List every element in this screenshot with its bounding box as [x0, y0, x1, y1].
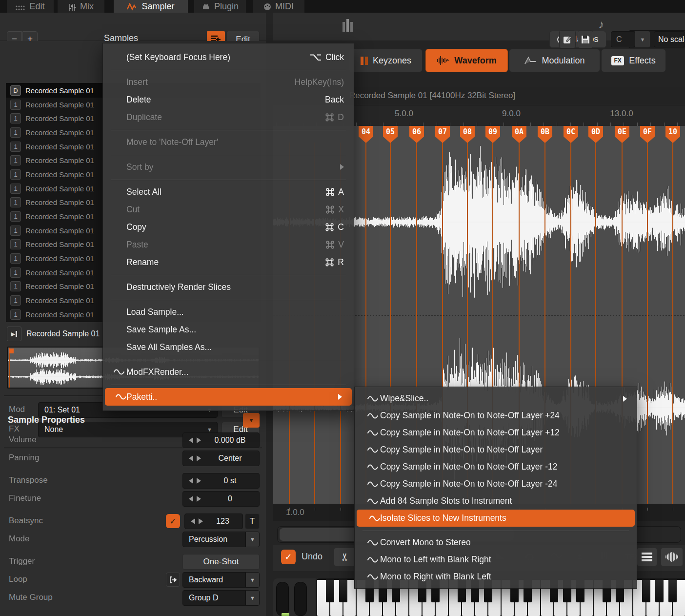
context-menu-item-paste[interactable]: PasteV	[103, 236, 354, 253]
context-menu-item-delete[interactable]: DeleteBack	[103, 91, 354, 108]
beatsync-checkbox[interactable]: ✓	[166, 514, 180, 528]
tab-midi[interactable]: MIDI	[253, 0, 304, 13]
menu-item-label: Copy Sample in Note-On to Note-Off Layer	[380, 445, 543, 455]
beatsync-t-button[interactable]: T	[245, 513, 260, 529]
mod-wheel[interactable]	[294, 582, 307, 616]
ruler-label: 5.0.0	[395, 109, 413, 119]
finetune-spinner[interactable]: 0	[182, 491, 260, 507]
paketti-submenu-item-copy-sample-in-note-on-to-note-off-layer-12[interactable]: Copy Sample in Note-On to Note-Off Layer…	[355, 458, 637, 475]
loop-dropdown[interactable]: Backward▼	[182, 572, 260, 588]
tab-plugin[interactable]: Plugin	[194, 0, 246, 13]
context-menu-item-save-all-samples-as[interactable]: Save All Samples As...	[103, 338, 354, 356]
scale-selector[interactable]: No scale	[654, 31, 685, 47]
waveform-title: Recorded Sample 01 [44100Hz 32Bit Stereo…	[349, 91, 515, 101]
piano-black-key[interactable]	[326, 580, 334, 602]
paketti-submenu-item-copy-sample-in-note-on-to-note-off-layer-24[interactable]: Copy Sample in Note-On to Note-Off Layer…	[355, 407, 637, 424]
command-key-icon	[326, 205, 334, 214]
context-menu-item-copy[interactable]: CopyC	[103, 218, 354, 236]
tab-edit[interactable]: Edit	[7, 0, 54, 13]
volume-spinner[interactable]: 0.000 dB	[182, 432, 260, 448]
tab-sampler[interactable]: Sampler	[114, 0, 188, 13]
context-menu-item-set-keyboard-focus-here[interactable]: (Set Keyboard Focus Here)Click	[103, 48, 354, 66]
paketti-submenu-item-copy-sample-in-note-on-to-note-off-layer-24[interactable]: Copy Sample in Note-On to Note-Off Layer…	[355, 475, 637, 493]
property-row-mode: ModePercussion▼	[0, 532, 266, 547]
context-menu-item-select-all[interactable]: Select AllA	[103, 183, 354, 201]
menu-button[interactable]	[637, 548, 657, 566]
spinner-arrows-icon[interactable]	[189, 496, 201, 502]
chevron-down-icon[interactable]: ▼	[245, 532, 259, 547]
effects-icon: FX	[611, 56, 624, 65]
menu-shortcut: X	[311, 205, 344, 215]
context-menu-item-modfxrender[interactable]: ModFXRender...	[103, 363, 354, 381]
paketti-submenu-item-wipe-slice[interactable]: Wipe&Slice..	[355, 390, 637, 407]
property-label: Panning	[9, 453, 39, 463]
midi-icon	[263, 3, 271, 11]
key-selector[interactable]: C	[611, 31, 635, 47]
menu-item-label: Isolate Slices to New Instruments	[380, 513, 506, 523]
one-shot-button[interactable]: One-Shot	[182, 554, 260, 570]
mute-group-dropdown[interactable]: Group D▼	[182, 590, 260, 606]
pitch-wheel[interactable]	[276, 582, 289, 616]
sampler-icon	[127, 3, 138, 11]
context-menu-item-sort-by[interactable]: Sort by	[103, 158, 354, 176]
context-menu-item-load-sample[interactable]: Load Sample...	[103, 303, 354, 321]
paketti-submenu-item-convert-mono-to-stereo[interactable]: Convert Mono to Stereo	[355, 534, 637, 551]
transpose-spinner[interactable]: 0 st	[182, 473, 260, 489]
paketti-submenu-item-copy-sample-in-note-on-to-note-off-layer-12[interactable]: Copy Sample in Note-On to Note-Off Layer…	[355, 424, 637, 441]
key-dropdown-button[interactable]: ▼	[635, 31, 650, 47]
floppy-disk-icon	[581, 35, 590, 44]
sample-name: Recorded Sample 01	[25, 143, 94, 151]
piano-black-key[interactable]	[642, 580, 650, 602]
sample-name: Recorded Sample 01	[25, 296, 94, 305]
piano-black-key[interactable]	[668, 580, 677, 602]
sample-badge: 1	[10, 184, 21, 194]
paketti-submenu-item-mono-to-right-with-blank-left[interactable]: Mono to Right with Blank Left	[355, 568, 637, 585]
panning-spinner[interactable]: Center	[182, 451, 260, 466]
context-menu-item-insert[interactable]: InsertHelpKey(Ins)	[103, 73, 354, 91]
piano-black-key[interactable]	[655, 580, 664, 602]
loop-release-button[interactable]	[166, 573, 180, 587]
property-value: 0.000 dB	[206, 436, 259, 445]
context-menu-item-duplicate[interactable]: DuplicateD	[103, 108, 354, 126]
tab-mix[interactable]: Mix	[58, 0, 104, 13]
property-label: Loop	[9, 575, 27, 584]
option-key-icon	[310, 54, 322, 61]
undo-checkbox[interactable]: ✓	[281, 550, 296, 564]
beatsync-spinner[interactable]: 123	[184, 513, 243, 529]
context-menu-item-save-sample-as[interactable]: Save Sample As...	[103, 321, 354, 338]
plugin-icon	[201, 4, 210, 11]
save-instrument-button[interactable]	[578, 30, 593, 48]
sine-icon	[367, 395, 380, 402]
sample-properties-collapse-button[interactable]: ▼	[243, 413, 260, 428]
paketti-submenu-item-copy-sample-in-note-on-to-note-off-layer[interactable]: Copy Sample in Note-On to Note-Off Layer	[355, 441, 637, 458]
zoom-waveform-button[interactable]	[661, 548, 683, 566]
sample-badge: 1	[10, 169, 21, 180]
context-menu-item-move-to-note-off-layer[interactable]: Move to 'Note-Off Layer'	[103, 133, 354, 151]
context-menu-item-cut[interactable]: CutX	[103, 201, 354, 218]
chevron-down-icon[interactable]: ▼	[245, 573, 259, 587]
piano-black-key[interactable]	[339, 580, 347, 602]
spinner-arrows-icon[interactable]	[189, 437, 201, 443]
tab-effects[interactable]: FXEffects	[601, 49, 666, 72]
tab-waveform[interactable]: Waveform	[425, 49, 508, 72]
paketti-submenu-item-add-84-sample-slots-to-instrument[interactable]: Add 84 Sample Slots to Instrument	[355, 493, 637, 510]
mode-dropdown[interactable]: Percussion▼	[182, 532, 260, 547]
menu-shortcut: Back	[310, 95, 344, 105]
paketti-submenu-item-isolate-slices-to-new-instruments[interactable]: Isolate Slices to New Instruments	[357, 510, 635, 527]
spinner-arrows-icon[interactable]	[189, 455, 201, 461]
play-sample-button[interactable]: ▶	[7, 327, 21, 341]
paketti-submenu-item-mono-to-left-with-blank-right[interactable]: Mono to Left with Blank Right	[355, 551, 637, 568]
context-menu-item-paketti[interactable]: Paketti..	[105, 388, 352, 406]
spinner-arrows-icon[interactable]	[189, 478, 201, 484]
tab-modulation[interactable]: Modulation	[509, 49, 600, 72]
context-menu-item-destructively-render-slices[interactable]: Destructively Render Slices	[103, 278, 354, 296]
spinner-arrows-icon[interactable]	[191, 518, 203, 524]
chevron-down-icon[interactable]: ▼	[245, 591, 259, 605]
context-menu-item-rename[interactable]: RenameR	[103, 253, 354, 271]
cut-selection-button[interactable]: ✂	[334, 548, 356, 566]
sample-properties-title: Sample Properties	[8, 415, 85, 425]
tab-keyzones[interactable]: Keyzones	[349, 49, 423, 72]
property-row-trigger: TriggerOne-Shot	[0, 554, 266, 570]
rename-instrument-button[interactable]	[559, 30, 576, 48]
sample-name: Recorded Sample 01	[25, 114, 94, 123]
